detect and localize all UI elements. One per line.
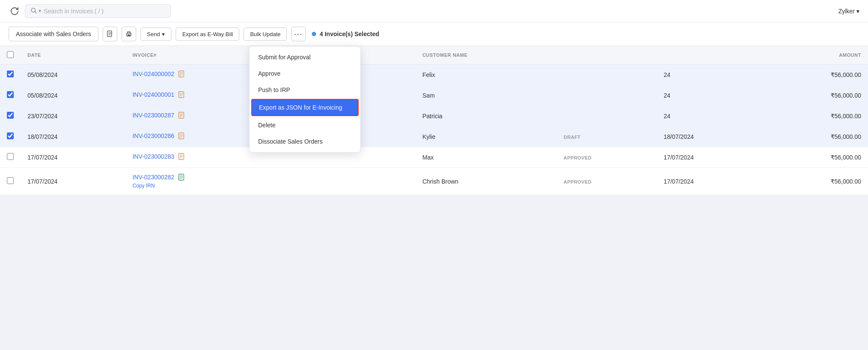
bulk-update-button[interactable]: Bulk Update (244, 28, 287, 41)
row-status (557, 85, 657, 106)
selected-info: 4 Invoice(s) Selected (312, 31, 379, 37)
dropdown-dissociate-sales-orders[interactable]: Dissociate Sales Orders (250, 133, 360, 150)
status-badge: APPROVED (563, 179, 591, 184)
header-amount: AMOUNT (762, 46, 868, 64)
search-placeholder: Search in Invoices ( / ) (44, 8, 104, 15)
table-header-row: DATE INVOICE# ORDER NUMBER CUSTOMER NAME… (0, 46, 868, 64)
search-bar[interactable]: ▾ Search in Invoices ( / ) (25, 4, 171, 18)
selected-label: Invoice(s) Selected (325, 31, 379, 37)
header-customer-name: CUSTOMER NAME (415, 46, 557, 64)
row-date: 05/08/2024 (21, 85, 125, 106)
row-checkbox-cell[interactable] (0, 106, 21, 126)
invoice-icon (178, 112, 184, 120)
row-amount: ₹56,000.00 (762, 106, 868, 126)
row-checkbox[interactable] (7, 91, 14, 98)
row-checkbox[interactable] (7, 132, 14, 139)
send-label: Send (147, 31, 160, 37)
row-status: DRAFT (557, 126, 657, 147)
invoice-link[interactable]: INV-023000287 (132, 112, 174, 119)
row-status-date: 24 (657, 106, 761, 126)
row-customer: Patricia (415, 106, 557, 126)
header-status-date (657, 46, 761, 64)
row-status-date: 17/07/2024 (657, 168, 761, 195)
row-customer: Chrish Brown (415, 168, 557, 195)
table-row: 05/08/2024 INV-024000002 Felix 24 ₹56,00… (0, 64, 868, 85)
invoice-icon (178, 91, 184, 99)
more-options-button[interactable]: ⋯ (291, 27, 306, 41)
row-amount: ₹56,000.00 (762, 168, 868, 195)
selected-count: 4 (320, 31, 323, 37)
row-amount: ₹56,000.00 (762, 147, 868, 168)
row-customer: Sam (415, 85, 557, 106)
pdf-icon-button[interactable] (103, 27, 117, 41)
three-dot-icon: ⋯ (294, 29, 303, 39)
row-checkbox[interactable] (7, 177, 14, 184)
print-icon-button[interactable] (122, 27, 136, 41)
dropdown-export-json[interactable]: Export as JSON for E-Invoicing (251, 99, 359, 116)
associate-sales-orders-button[interactable]: Associate with Sales Orders (9, 27, 98, 41)
invoices-table: DATE INVOICE# ORDER NUMBER CUSTOMER NAME… (0, 46, 868, 195)
header-checkbox-col (0, 46, 21, 64)
dropdown-delete[interactable]: Delete (250, 117, 360, 133)
search-dropdown-icon[interactable]: ▾ (39, 8, 41, 14)
row-checkbox-cell[interactable] (0, 85, 21, 106)
row-checkbox[interactable] (7, 112, 14, 119)
status-badge: APPROVED (563, 155, 591, 160)
table-row: 17/07/2024 INV-023000283 Max APPROVED 17… (0, 147, 868, 168)
svg-rect-4 (128, 34, 130, 36)
row-checkbox[interactable] (7, 153, 14, 160)
row-date: 18/07/2024 (21, 126, 125, 147)
more-options-dropdown: Submit for Approval Approve Push to IRP … (249, 46, 361, 153)
row-customer: Max (415, 147, 557, 168)
invoice-icon (178, 71, 184, 79)
row-date: 23/07/2024 (21, 106, 125, 126)
search-icon (30, 7, 37, 15)
row-customer: Felix (415, 64, 557, 85)
invoice-icon (178, 132, 184, 141)
dropdown-submit-approval[interactable]: Submit for Approval (250, 49, 360, 65)
dropdown-push-irp[interactable]: Push to IRP (250, 82, 360, 98)
invoice-link[interactable]: INV-024000001 (132, 91, 174, 98)
row-checkbox-cell[interactable] (0, 168, 21, 195)
header-status (557, 46, 657, 64)
status-badge: DRAFT (563, 135, 580, 140)
copy-irn-label[interactable]: Copy IRN (132, 183, 275, 189)
table-row: 18/07/2024 INV-023000286 Kylie DRAFT 18/… (0, 126, 868, 147)
row-amount: ₹56,000.00 (762, 126, 868, 147)
row-status-date: 24 (657, 85, 761, 106)
row-customer: Kylie (415, 126, 557, 147)
row-amount: ₹56,000.00 (762, 85, 868, 106)
refresh-icon[interactable] (9, 5, 21, 17)
row-order-number (282, 168, 415, 195)
row-status-date: 17/07/2024 (657, 147, 761, 168)
invoice-icon (178, 174, 184, 182)
row-checkbox-cell[interactable] (0, 147, 21, 168)
table-row: 17/07/2024 INV-023000282 Copy IRN Chrish… (0, 168, 868, 195)
row-checkbox-cell[interactable] (0, 64, 21, 85)
invoices-table-container: DATE INVOICE# ORDER NUMBER CUSTOMER NAME… (0, 46, 868, 195)
invoice-link[interactable]: INV-023000282 (132, 174, 174, 181)
select-all-checkbox[interactable] (7, 51, 14, 58)
selected-count-text: 4 Invoice(s) Selected (320, 31, 379, 37)
selected-indicator-dot (312, 32, 316, 36)
invoice-link[interactable]: INV-024000002 (132, 71, 174, 77)
row-status: APPROVED (557, 168, 657, 195)
invoice-link[interactable]: INV-023000286 (132, 132, 174, 139)
topbar: ▾ Search in Invoices ( / ) Zylker ▾ (0, 0, 868, 22)
invoice-link[interactable]: INV-023000283 (132, 153, 174, 160)
row-status: APPROVED (557, 147, 657, 168)
table-row: 05/08/2024 INV-024000001 Sam 24 ₹56,000.… (0, 85, 868, 106)
invoice-icon (178, 153, 184, 161)
row-date: 17/07/2024 (21, 147, 125, 168)
user-menu[interactable]: Zylker ▾ (838, 8, 859, 15)
dropdown-approve[interactable]: Approve (250, 65, 360, 82)
row-checkbox[interactable] (7, 71, 14, 77)
row-checkbox-cell[interactable] (0, 126, 21, 147)
export-eway-bill-button[interactable]: Export as E-Way Bill (176, 28, 239, 41)
row-status (557, 106, 657, 126)
action-toolbar: Associate with Sales Orders Send ▾ Expor… (0, 22, 868, 46)
send-button[interactable]: Send ▾ (140, 28, 171, 41)
header-date: DATE (21, 46, 125, 64)
send-arrow-icon: ▾ (162, 31, 165, 37)
user-dropdown-icon: ▾ (856, 8, 859, 15)
